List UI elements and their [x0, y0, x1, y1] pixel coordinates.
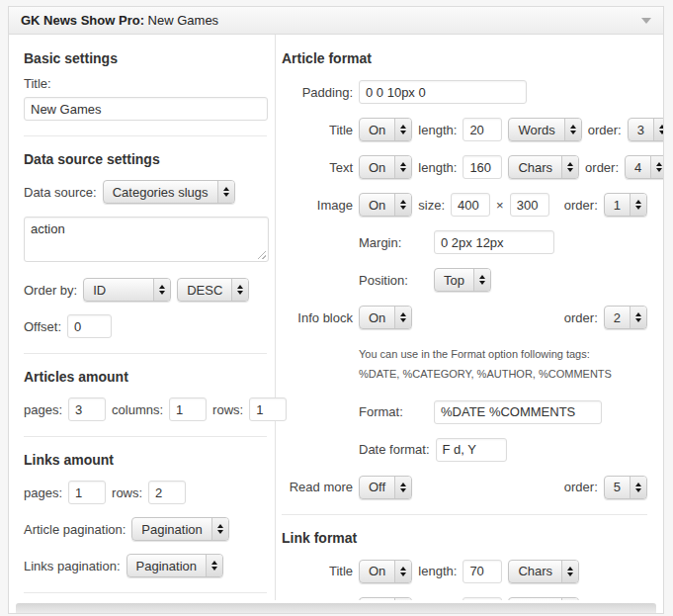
- link-text-unit-value: Chars: [509, 598, 561, 600]
- offset-input[interactable]: [67, 314, 112, 338]
- read-more-state-value: Off: [360, 477, 394, 498]
- article-title-length-label: length:: [418, 123, 457, 137]
- padding-label: Padding:: [282, 85, 353, 100]
- article-image-width-input[interactable]: [451, 193, 490, 217]
- updown-arrows-icon: [564, 119, 581, 140]
- divider: [24, 436, 267, 437]
- article-title-state-value: On: [360, 119, 394, 140]
- link-title-state-select[interactable]: On: [359, 560, 412, 583]
- article-text-state-select[interactable]: On: [359, 155, 412, 179]
- data-source-textarea[interactable]: action: [24, 217, 269, 262]
- link-text-unit-select[interactable]: Chars: [508, 597, 579, 600]
- updown-arrows-icon: [650, 156, 663, 178]
- data-source-settings-heading: Data source settings: [24, 151, 267, 167]
- position-value: Top: [435, 269, 473, 291]
- article-text-unit-value: Chars: [509, 156, 561, 178]
- order-by-label: Order by:: [24, 283, 77, 298]
- info-block-state-select[interactable]: On: [359, 306, 412, 329]
- article-title-state-select[interactable]: On: [359, 118, 412, 141]
- order-by-field-select[interactable]: ID: [83, 278, 171, 302]
- link-title-state-value: On: [360, 561, 394, 582]
- read-more-order-select[interactable]: 5: [604, 476, 647, 499]
- title-input[interactable]: [24, 97, 268, 121]
- link-text-length-input[interactable]: [463, 597, 502, 600]
- updown-arrows-icon: [231, 279, 248, 301]
- read-more-order-value: 5: [605, 477, 630, 498]
- updown-arrows-icon: [394, 307, 411, 328]
- margin-input[interactable]: [434, 230, 554, 254]
- article-title-order-select[interactable]: 3: [628, 118, 663, 141]
- article-title-unit-select[interactable]: Words: [508, 118, 581, 141]
- widget-title: GK News Show Pro: New Games: [21, 13, 218, 28]
- article-text-length-label: length:: [418, 160, 457, 175]
- article-title-length-input[interactable]: [463, 118, 502, 141]
- article-image-height-input[interactable]: [510, 193, 549, 217]
- updown-arrows-icon: [561, 561, 578, 582]
- data-source-select[interactable]: Categories slugs: [103, 180, 235, 204]
- divider: [282, 514, 647, 515]
- info-block-order-select[interactable]: 2: [604, 306, 647, 329]
- widget-header[interactable]: GK News Show Pro: New Games: [9, 7, 663, 35]
- link-title-unit-value: Chars: [509, 561, 561, 582]
- padding-input[interactable]: [359, 80, 527, 104]
- article-title-order-label: order:: [588, 123, 622, 137]
- articles-pages-label: pages:: [24, 402, 62, 417]
- article-image-state-value: On: [360, 194, 394, 216]
- article-title-order-value: 3: [629, 119, 653, 140]
- read-more-state-select[interactable]: Off: [359, 476, 412, 499]
- article-image-order-label: order:: [564, 198, 598, 213]
- article-image-state-select[interactable]: On: [359, 193, 412, 217]
- article-title-unit-value: Words: [509, 119, 563, 140]
- articles-columns-input[interactable]: [169, 397, 207, 421]
- date-format-input[interactable]: [436, 438, 507, 462]
- info-block-order-label: order:: [564, 310, 598, 325]
- updown-arrows-icon: [630, 477, 646, 498]
- article-image-label: Image: [282, 198, 353, 213]
- format-input[interactable]: [434, 400, 602, 424]
- divider: [24, 135, 267, 136]
- widget-body: Basic settings Title: Data source settin…: [9, 35, 663, 600]
- article-image-order-select[interactable]: 1: [604, 193, 647, 217]
- order-by-direction-select[interactable]: DESC: [177, 278, 249, 302]
- article-text-order-value: 4: [626, 156, 650, 178]
- divider: [24, 353, 267, 354]
- links-amount-heading: Links amount: [24, 452, 267, 468]
- multiply-icon: ×: [496, 198, 504, 213]
- updown-arrows-icon: [394, 119, 411, 140]
- updown-arrows-icon: [217, 181, 234, 203]
- updown-arrows-icon: [206, 555, 222, 576]
- articles-pages-input[interactable]: [68, 397, 106, 421]
- link-format-heading: Link format: [282, 530, 647, 546]
- links-rows-label: rows:: [112, 485, 142, 500]
- links-rows-input[interactable]: [148, 481, 186, 504]
- article-text-state-value: On: [360, 156, 394, 178]
- article-text-length-input[interactable]: [463, 155, 502, 179]
- article-pagination-value: Pagination: [132, 518, 210, 540]
- articles-columns-label: columns:: [112, 402, 163, 417]
- article-pagination-select[interactable]: Pagination: [131, 517, 228, 541]
- position-select[interactable]: Top: [434, 268, 491, 292]
- article-text-order-select[interactable]: 4: [625, 155, 663, 179]
- link-title-unit-select[interactable]: Chars: [508, 560, 579, 583]
- article-pagination-label: Article pagination:: [24, 522, 126, 537]
- format-help-line1: You can use in the Format option followi…: [359, 345, 647, 365]
- read-more-label: Read more: [282, 480, 353, 494]
- collapse-arrow-icon[interactable]: [641, 18, 651, 24]
- info-block-order-value: 2: [605, 307, 630, 328]
- updown-arrows-icon: [394, 561, 411, 582]
- links-pages-input[interactable]: [68, 481, 106, 504]
- updown-arrows-icon: [653, 119, 663, 140]
- position-label: Position:: [359, 273, 428, 288]
- link-text-state-select[interactable]: On: [359, 597, 412, 600]
- updown-arrows-icon: [394, 477, 411, 498]
- widget-title-name: GK News Show Pro:: [21, 13, 144, 28]
- article-text-unit-select[interactable]: Chars: [508, 155, 579, 179]
- read-more-order-label: order:: [564, 480, 598, 494]
- links-pagination-select[interactable]: Pagination: [126, 554, 223, 577]
- updown-arrows-icon: [394, 156, 411, 178]
- link-text-state-value: On: [360, 598, 394, 600]
- article-text-order-label: order:: [585, 160, 619, 175]
- title-label: Title:: [24, 76, 267, 91]
- info-block-label: Info block: [282, 310, 353, 325]
- link-title-length-input[interactable]: [463, 560, 502, 583]
